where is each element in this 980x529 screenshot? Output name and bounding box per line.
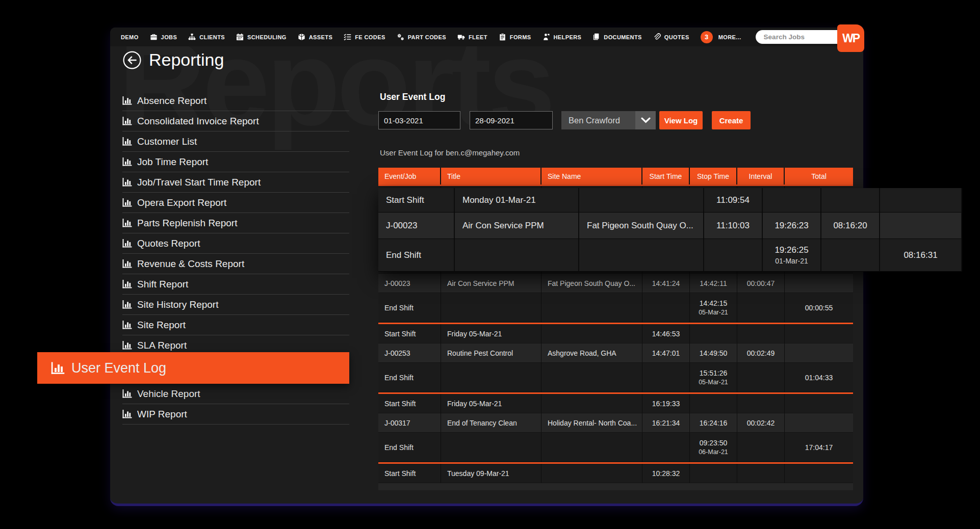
table-cell: Start Shift [378,324,441,343]
sidebar-item-job-travel-start-time-report[interactable]: Job/Travel Start Time Report [122,172,349,193]
sidebar-item-consolidated-invoice-report[interactable]: Consolidated Invoice Report [122,111,349,131]
clipboard-icon [499,33,506,41]
truck-icon [457,33,465,41]
table-cell: 00:00:47 [737,274,785,293]
nav-item-demo[interactable]: DEMO [121,34,139,40]
column-header-total[interactable]: Total [785,168,853,184]
table-cell [441,433,541,462]
sidebar-item-absence-report[interactable]: Absence Report [122,91,349,111]
table-cell: J-00023 [378,213,455,239]
nav-item-forms[interactable]: FORMS [499,33,531,41]
user-select[interactable]: Ben Crawford [561,111,656,129]
nav-item-part-codes[interactable]: PART CODES [397,33,446,41]
table-row[interactable]: Start ShiftMonday 01-Mar-2111:09:54 [378,188,962,213]
app-window: Reports DEMOJOBSCLIENTSSCHEDULINGASSETSF… [110,28,863,506]
sidebar-item-revenue-costs-report[interactable]: Revenue & Costs Report [122,254,349,274]
date-to-input[interactable] [470,111,553,129]
nav-item-documents[interactable]: DOCUMENTS [592,33,642,41]
column-header-start-time[interactable]: Start Time [642,168,690,184]
nav-item-helpers[interactable]: HELPERS [543,33,582,41]
create-button[interactable]: Create [712,111,751,129]
table-cell [880,213,962,239]
nav-item-fe-codes[interactable]: FE CODES [344,33,385,41]
sidebar-item-shift-report[interactable]: Shift Report [122,274,349,295]
table-row[interactable]: J-00317End of Tenancy CleanHoliday Renta… [378,413,853,433]
table-row[interactable]: End Shift19:26:2501-Mar-2108:16:31 [378,239,962,272]
table-cell [785,413,853,433]
sidebar-item-site-report[interactable]: Site Report [122,315,349,335]
sidebar-item-label: Revenue & Costs Report [137,258,244,270]
table-cell: Friday 05-Mar-21 [441,324,541,343]
table-cell [821,239,880,272]
sidebar-item-opera-export-report[interactable]: Opera Export Report [122,193,349,213]
table-cell: 08:16:20 [821,213,880,239]
nav-item-more[interactable]: MORE... [718,34,741,40]
table-cell [690,324,737,343]
table-cell [737,293,785,323]
sidebar-item-label: Site Report [137,320,186,331]
column-header-interval[interactable]: Interval [737,168,785,184]
nav-item-scheduling[interactable]: SCHEDULING [236,33,287,41]
bar-chart-icon [122,116,132,126]
nav-item-fleet[interactable]: FLEET [457,33,487,41]
table-header-row: Event/JobTitleSite NameStart TimeStop Ti… [378,168,853,186]
table-row[interactable]: Start ShiftTuesday 09-Mar-2110:28:32 [378,464,853,483]
column-header-stop-time[interactable]: Stop Time [690,168,737,184]
table-row[interactable]: End Shift09:23:5006-Mar-2117:04:17 [378,433,853,462]
sidebar-item-vehicle-report[interactable]: Vehicle Report [122,384,349,404]
table-cell: Holiday Rental- North Coa... [541,413,642,433]
bar-chart-icon [122,157,132,167]
view-log-button[interactable]: View Log [659,111,703,129]
table-cell: Air Con Service PPM [441,274,541,293]
table-row[interactable]: Start ShiftFriday 05-Mar-2116:19:33 [378,394,853,413]
bar-chart-icon [122,177,132,187]
screen: Reports DEMOJOBSCLIENTSSCHEDULINGASSETSF… [0,0,980,529]
sidebar-item-label: SLA Report [137,340,187,351]
table-cell: 15:51:2605-Mar-21 [690,363,737,392]
table-cell [541,464,642,483]
nav-item-label: PART CODES [408,34,446,40]
table-cell [642,293,690,323]
table-cell: 16:24:16 [690,413,737,433]
table-cell: Tuesday 09-Mar-21 [441,464,541,483]
sidebar-item-site-history-report[interactable]: Site History Report [122,295,349,315]
table-cell: 00:00:55 [785,293,853,323]
page-title: Reporting [149,50,224,70]
table-cell: 08:16:31 [880,239,962,272]
bar-chart-icon [122,239,132,248]
nav-item-label: SCHEDULING [247,34,287,40]
nav-item-jobs[interactable]: JOBS [150,33,177,41]
sidebar-item-user-event-log[interactable]: User Event Log [37,352,349,384]
sidebar-item-quotes-report[interactable]: Quotes Report [122,233,349,254]
sidebar-item-job-time-report[interactable]: Job Time Report [122,152,349,172]
table-cell [642,433,690,462]
column-header-title[interactable]: Title [441,168,541,184]
sidebar-item-customer-list[interactable]: Customer List [122,131,349,152]
table-row[interactable]: End Shift15:51:2605-Mar-2101:04:33 [378,363,853,392]
nav-item-clients[interactable]: CLIENTS [188,33,225,41]
nav-item-assets[interactable]: ASSETS [298,33,332,41]
table-row[interactable]: Start ShiftFriday 05-Mar-2114:46:53 [378,324,853,343]
table-row[interactable]: J-00253Routine Pest ControlAshgrove Road… [378,343,853,363]
column-header-event-job[interactable]: Event/Job [378,168,441,184]
table-cell: 14:42:11 [690,274,737,293]
table-row[interactable]: J-00023Air Con Service PPMFat Pigeon Sou… [378,274,853,293]
table-cell [821,188,880,213]
table-cell [455,239,579,272]
table-row[interactable]: End Shift14:42:1505-Mar-2100:00:55 [378,293,853,323]
table-row[interactable]: J-00023Air Con Service PPMFat Pigeon Sou… [378,213,962,239]
date-from-input[interactable] [378,111,460,129]
back-button[interactable] [122,50,142,70]
nav-item-quotes[interactable]: QUOTES [653,33,689,41]
table-cell: Monday 01-Mar-21 [455,188,579,213]
table-cell: 16:21:34 [642,413,690,433]
sidebar-item-label: Absence Report [137,95,207,107]
sidebar-item-wip-report[interactable]: WIP Report [122,404,349,425]
table-cell: End Shift [378,293,441,323]
sidebar-item-label: User Event Log [71,360,166,376]
bar-chart-icon [122,137,132,146]
table-cell: Start Shift [378,188,455,213]
column-header-site-name[interactable]: Site Name [541,168,642,184]
table-cell: Start Shift [378,464,441,483]
sidebar-item-parts-replenish-report[interactable]: Parts Replenish Report [122,213,349,233]
